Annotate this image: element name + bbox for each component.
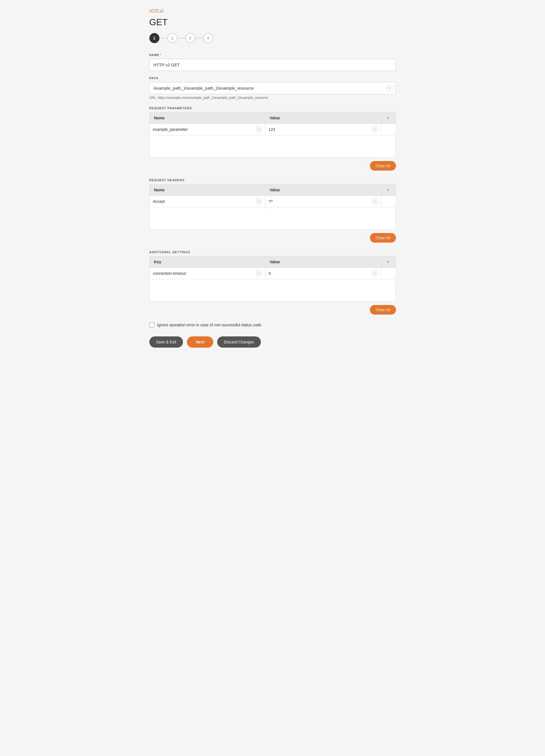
name-input[interactable] xyxy=(149,59,396,71)
request-headers-label: REQUEST HEADERS xyxy=(149,178,396,182)
rh-header-value-text: */* xyxy=(269,199,370,204)
rh-clear-all-button[interactable]: Clear All xyxy=(370,233,396,243)
rp-col-name: Name xyxy=(150,112,265,124)
url-hint: URL: https://example.com/example_path_1/… xyxy=(149,96,396,100)
page-title: GET xyxy=(149,17,396,27)
request-parameters-header: Name Value + xyxy=(150,112,396,124)
as-setting-value-text: 0 xyxy=(269,271,370,276)
table-row: example_parameter V 123 V xyxy=(150,124,396,135)
rh-add-icon[interactable]: + xyxy=(387,187,390,193)
step-2[interactable]: 2 xyxy=(167,33,177,43)
as-clear-all-button[interactable]: Clear All xyxy=(370,305,396,315)
as-col-key: Key xyxy=(150,256,265,267)
table-row: Accept V */* V xyxy=(150,196,396,207)
discard-changes-button[interactable]: Discard Changes xyxy=(217,336,260,348)
as-add-icon[interactable]: + xyxy=(387,259,390,265)
path-label: PATH xyxy=(149,76,396,80)
rh-col-add[interactable]: + xyxy=(381,184,396,196)
rh-header-value-v-icon[interactable]: V xyxy=(372,199,378,204)
rh-header-name-v-icon[interactable]: V xyxy=(256,199,262,204)
as-setting-value-v-icon[interactable]: V xyxy=(372,271,378,276)
additional-settings-header: Key Value + xyxy=(150,256,396,267)
save-exit-button[interactable]: Save & Exit xyxy=(149,336,183,348)
step-connector-3 xyxy=(195,38,203,38)
rh-col-value: Value xyxy=(265,184,381,196)
rp-col-add[interactable]: + xyxy=(381,112,396,124)
step-3[interactable]: 3 xyxy=(185,33,195,43)
as-col-add[interactable]: + xyxy=(381,256,396,267)
step-4[interactable]: 4 xyxy=(203,33,213,43)
path-wrapper: V xyxy=(149,82,396,94)
rp-param-name-text: example_parameter xyxy=(153,127,254,132)
ignore-error-label: Ignore operation error in case of non-su… xyxy=(157,323,261,327)
as-row-value: 0 V xyxy=(265,268,381,279)
rp-add-icon[interactable]: + xyxy=(387,115,390,121)
step-connector-1 xyxy=(159,38,167,38)
rp-row-value: 123 V xyxy=(265,124,381,135)
rp-clear-all-button[interactable]: Clear All xyxy=(370,161,396,171)
rp-empty-area xyxy=(150,135,396,157)
breadcrumb[interactable]: HTTP v2 xyxy=(149,8,396,13)
path-variable-icon[interactable]: V xyxy=(387,85,393,91)
table-row: connection-timeout V 0 V xyxy=(150,267,396,279)
request-parameters-label: REQUEST PARAMETERS xyxy=(149,106,396,110)
rp-param-value-text: 123 xyxy=(269,127,370,132)
rp-param-name-v-icon[interactable]: V xyxy=(256,127,262,132)
as-setting-key-v-icon[interactable]: V xyxy=(256,271,262,276)
rp-row-action xyxy=(381,124,396,135)
rp-clear-all-wrapper: Clear All xyxy=(149,161,396,171)
rp-param-value-v-icon[interactable]: V xyxy=(372,127,378,132)
ignore-error-checkbox[interactable] xyxy=(149,322,154,327)
rh-header-name-text: Accept xyxy=(153,199,254,204)
rp-col-value: Value xyxy=(265,112,381,124)
name-label: NAME* xyxy=(149,53,396,57)
footer-buttons: Save & Exit Next Discard Changes xyxy=(149,336,396,348)
rp-row-name: example_parameter V xyxy=(150,124,265,135)
as-row-action xyxy=(381,268,396,279)
step-connector-2 xyxy=(177,38,185,38)
additional-settings-label: ADDITIONAL SETTINGS xyxy=(149,250,396,254)
ignore-error-row: Ignore operation error in case of non-su… xyxy=(149,322,396,327)
as-clear-all-wrapper: Clear All xyxy=(149,305,396,315)
path-input[interactable] xyxy=(149,82,396,94)
stepper: 1 2 3 4 xyxy=(149,33,396,43)
required-indicator: * xyxy=(160,53,161,57)
request-headers-table: Name Value + Accept V */* V xyxy=(149,184,396,230)
next-button[interactable]: Next xyxy=(187,336,213,348)
rh-row-value: */* V xyxy=(265,196,381,207)
rh-clear-all-wrapper: Clear All xyxy=(149,233,396,243)
request-headers-header: Name Value + xyxy=(150,184,396,196)
rh-row-action xyxy=(381,196,396,207)
request-parameters-table: Name Value + example_parameter V 123 V xyxy=(149,112,396,158)
additional-settings-table: Key Value + connection-timeout V 0 V xyxy=(149,256,396,302)
as-row-key: connection-timeout V xyxy=(150,268,265,279)
rh-col-name: Name xyxy=(150,184,265,196)
rh-empty-area xyxy=(150,207,396,229)
step-1[interactable]: 1 xyxy=(149,33,159,43)
as-setting-key-text: connection-timeout xyxy=(153,271,254,276)
as-col-value: Value xyxy=(265,256,381,267)
rh-row-name: Accept V xyxy=(150,196,265,207)
as-empty-area xyxy=(150,279,396,301)
